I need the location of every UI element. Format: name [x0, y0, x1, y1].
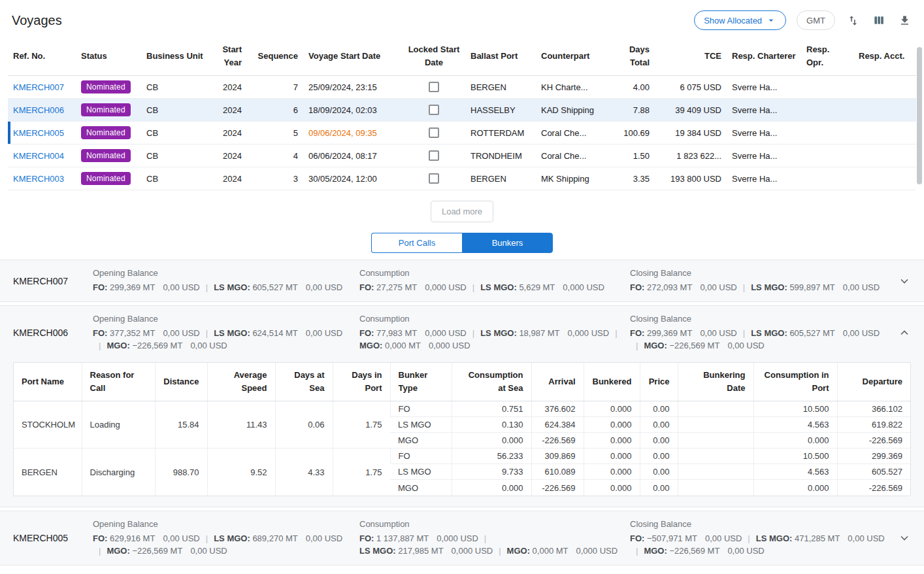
col-resp-acct[interactable]: Resp. Acct. — [853, 37, 916, 76]
columns-icon[interactable] — [871, 12, 887, 28]
fuel-balance: MGO: 0,000 MT0,000 USD — [359, 339, 470, 352]
col-status[interactable]: Status — [76, 37, 141, 76]
col-port-name: Port Name — [14, 363, 82, 401]
fuel-balance: MGO: −226,569 MT0,00 USD — [644, 545, 764, 557]
download-icon[interactable] — [897, 13, 912, 28]
bunkered-cell: 0.000 — [584, 448, 640, 464]
table-row[interactable]: KMERCH003 Nominated CB 2024 3 30/05/2024… — [8, 167, 916, 190]
voyage-ref-link[interactable]: KMERCH004 — [13, 151, 64, 161]
days-total-cell: 3.35 — [613, 167, 655, 190]
col-business-unit[interactable]: Business Unit — [141, 37, 214, 76]
tab-bunkers[interactable]: Bunkers — [462, 233, 553, 253]
scrollbar-thumb[interactable] — [917, 47, 922, 184]
counterpart-cell: Coral Che... — [536, 122, 613, 144]
fuel-balance: LS MGO: 599,897 MT0,00 USD — [751, 281, 880, 294]
resp-opr-cell — [801, 99, 853, 122]
ballast-port-cell: HASSELBY — [465, 99, 536, 122]
price-cell: 0.00 — [640, 417, 678, 433]
departure-cell: -226.569 — [837, 433, 910, 448]
chevron-up-icon[interactable] — [898, 326, 911, 339]
col-average-speed: Average Speed — [207, 363, 275, 401]
bunker-type-cell: FO — [390, 401, 452, 417]
price-cell: 0.00 — [640, 448, 678, 464]
voyage-ref-link[interactable]: KMERCH006 — [13, 105, 64, 115]
cons-sea-cell: 0.000 — [452, 433, 531, 448]
voyages-body: KMERCH007 Nominated CB 2024 7 25/09/2024… — [8, 76, 916, 190]
cons-sea-cell: 0.000 — [452, 480, 531, 496]
accordion-header[interactable]: KMERCH005 Opening Balance |FO: 629,916 M… — [0, 511, 924, 565]
voyage-ref-link[interactable]: KMERCH003 — [13, 174, 64, 184]
col-bunkering-date: Bunkering Date — [678, 363, 753, 401]
sequence-cell: 7 — [247, 76, 303, 99]
col-ballast-port[interactable]: Ballast Port — [465, 37, 536, 76]
opening-balance-group: Opening Balance |FO: 629,916 MT0,00 USD|… — [93, 519, 359, 557]
status-badge: Nominated — [81, 172, 131, 185]
status-badge: Nominated — [81, 126, 131, 139]
page-title: Voyages — [12, 13, 62, 28]
bunker-detail-card: Port Name Reason for Call Distance Avera… — [13, 362, 911, 496]
col-tce[interactable]: TCE — [655, 37, 727, 76]
resp-acct-cell — [853, 167, 916, 190]
table-row[interactable]: KMERCH007 Nominated CB 2024 7 25/09/2024… — [8, 76, 916, 99]
voyage-ref-link[interactable]: KMERCH007 — [13, 82, 64, 92]
resp-charterer-cell: Sverre Ha... — [727, 99, 801, 122]
locked-start-date-checkbox[interactable] — [429, 82, 439, 92]
resp-opr-cell — [801, 122, 853, 144]
departure-cell: 619.822 — [837, 417, 910, 433]
cons-sea-cell: 0.130 — [452, 417, 531, 433]
fuel-balance: FO: 299,369 MT0,00 USD — [630, 327, 737, 339]
avg-speed-cell: 9.52 — [207, 448, 275, 496]
col-ref-no[interactable]: Ref. No. — [8, 37, 76, 76]
accordion-header[interactable]: KMERCH006 Opening Balance |FO: 377,352 M… — [0, 306, 924, 360]
table-row[interactable]: KMERCH005 Nominated CB 2024 5 09/06/2024… — [8, 122, 916, 144]
table-row[interactable]: KMERCH004 Nominated CB 2024 4 06/06/2024… — [8, 144, 916, 167]
col-sequence[interactable]: Sequence — [247, 37, 303, 76]
cons-port-cell: 4.563 — [753, 464, 837, 480]
cons-port-cell: 0.000 — [753, 433, 837, 448]
accordion-header[interactable]: KMERCH007 Opening Balance |FO: 299,369 M… — [0, 260, 924, 301]
voyage-start-date-cell: 06/06/2024, 08:17 — [303, 144, 403, 167]
sort-icon[interactable] — [846, 13, 861, 28]
bunkering-date-cell — [678, 480, 753, 496]
bunker-body: STOCKHOLM Loading 15.84 11.43 0.06 1.75 … — [14, 401, 910, 496]
locked-start-date-checkbox[interactable] — [429, 150, 439, 161]
bunker-type-cell: LS MGO — [390, 464, 452, 480]
table-row[interactable]: KMERCH006 Nominated CB 2024 6 18/09/2024… — [8, 99, 916, 122]
port-name-cell: BERGEN — [14, 448, 82, 496]
locked-start-date-checkbox[interactable] — [429, 173, 439, 184]
tce-cell: 1 823 622... — [655, 144, 727, 167]
status-badge: Nominated — [81, 149, 131, 162]
col-resp-charterer[interactable]: Resp. Charterer — [727, 37, 801, 76]
counterpart-cell: KH Charte... — [536, 76, 613, 99]
table-scrollbar[interactable] — [917, 47, 922, 195]
locked-start-date-checkbox[interactable] — [429, 127, 439, 138]
opening-balance-group: Opening Balance |FO: 377,352 MT0,00 USD|… — [93, 314, 359, 352]
col-start-year[interactable]: Start Year — [214, 37, 247, 76]
days-total-cell: 1.50 — [613, 144, 655, 167]
opening-balance-group: Opening Balance |FO: 299,369 MT0,00 USD|… — [93, 268, 359, 294]
show-allocated-dropdown[interactable]: Show Allocated — [694, 10, 786, 30]
business-unit-cell: CB — [141, 122, 214, 144]
gmt-button[interactable]: GMT — [797, 10, 835, 30]
ballast-port-cell: BERGEN — [465, 167, 536, 190]
fuel-balance: MGO: −226,569 MT0,00 USD — [644, 339, 764, 352]
cons-port-cell: 10.500 — [753, 401, 837, 417]
fuel-balance: MGO: −226,569 MT0,00 USD — [107, 339, 227, 352]
chevron-down-icon[interactable] — [898, 275, 911, 288]
col-voyage-start-date[interactable]: Voyage Start Date — [303, 37, 403, 76]
col-resp-opr[interactable]: Resp. Opr. — [801, 37, 853, 76]
col-arrival: Arrival — [531, 363, 584, 401]
col-days-total[interactable]: Days Total — [613, 37, 655, 76]
col-bunker-type: Bunker Type — [390, 363, 452, 401]
col-counterpart[interactable]: Counterpart — [536, 37, 613, 76]
days-total-cell: 4.00 — [613, 76, 655, 99]
locked-start-date-checkbox[interactable] — [429, 105, 439, 115]
chevron-down-icon[interactable] — [898, 532, 911, 545]
sequence-cell: 4 — [247, 144, 303, 167]
voyage-ref-link[interactable]: KMERCH005 — [13, 128, 64, 138]
tab-port-calls[interactable]: Port Calls — [371, 233, 462, 253]
bunker-header-row: Port Name Reason for Call Distance Avera… — [14, 363, 910, 401]
col-locked-start-date[interactable]: Locked Start Date — [403, 37, 465, 76]
load-more-button[interactable]: Load more — [431, 201, 493, 222]
avg-speed-cell: 11.43 — [207, 401, 275, 448]
